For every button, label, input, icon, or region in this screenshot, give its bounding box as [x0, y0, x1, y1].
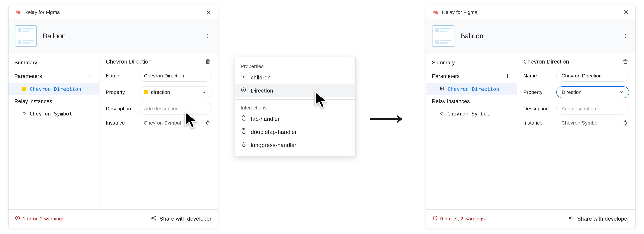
svg-point-16 — [625, 36, 626, 36]
property-select[interactable]: ! direction — [139, 86, 212, 98]
popup-item-label: doubletap-handler — [251, 129, 297, 135]
component-header: Balloon — [8, 19, 218, 53]
sidebar-relay-instances-header: Relay instances — [426, 95, 517, 108]
detail-title: Chevron Direction — [106, 58, 152, 65]
chevron-down-icon — [619, 90, 624, 94]
sidebar-summary[interactable]: Summary — [8, 56, 99, 69]
component-header: Balloon — [426, 19, 636, 53]
name-input[interactable]: Chevron Direction — [556, 70, 629, 82]
description-placeholder: Add description — [144, 106, 178, 112]
status-text: 0 errors, 2 warnings — [440, 216, 485, 222]
description-input[interactable]: Add description — [556, 103, 629, 114]
window-header: Relay for Figma — [8, 5, 218, 19]
svg-point-6 — [206, 122, 209, 124]
window-header: Relay for Figma — [426, 5, 636, 19]
svg-point-2 — [208, 34, 208, 35]
sidebar-parameter-name: Chevron Direction — [448, 86, 499, 92]
svg-rect-19 — [440, 112, 443, 114]
sidebar-parameters-header: Parameters — [8, 69, 99, 83]
window-title: Relay for Figma — [24, 10, 60, 15]
locate-instance-button[interactable] — [622, 119, 629, 126]
warning-badge-icon: ! — [144, 90, 148, 94]
diamond-icon — [440, 111, 444, 117]
chevron-down-icon — [202, 90, 206, 94]
svg-point-12 — [243, 142, 244, 143]
error-icon — [432, 216, 438, 222]
panel-footer: 0 errors, 2 warnings Share with develope… — [426, 209, 636, 228]
tap-icon — [241, 115, 246, 122]
description-label: Description — [106, 106, 135, 112]
panel-footer: 1 error, 2 warnings Share with developer — [8, 209, 218, 228]
property-label: Property — [524, 89, 553, 95]
sidebar-relay-instances-header: Relay instances — [8, 95, 99, 108]
sidebar-instance-item[interactable]: Chevron Symbol — [426, 108, 517, 120]
relay-logo-icon — [432, 8, 439, 16]
popup-item-direction[interactable]: Direction — [235, 84, 355, 97]
sidebar-parameter-item[interactable]: Chevron Direction — [426, 83, 517, 95]
delete-button[interactable] — [204, 58, 212, 65]
property-select[interactable]: Direction — [556, 86, 629, 98]
component-name: Balloon — [460, 32, 483, 40]
svg-rect-5 — [23, 112, 25, 114]
status-indicator[interactable]: 1 error, 2 warnings — [15, 216, 64, 222]
popup-interactions-label: Interactions — [235, 102, 355, 112]
sidebar: Summary Parameters Chevron Direction Rel… — [426, 53, 517, 209]
share-icon — [568, 215, 574, 222]
add-parameter-button[interactable] — [504, 72, 511, 80]
description-placeholder: Add description — [562, 106, 596, 112]
sidebar-instance-name: Chevron Symbol — [30, 111, 72, 117]
popup-item-tap[interactable]: tap-handler — [235, 112, 355, 126]
sidebar-relay-instances-label: Relay instances — [432, 98, 470, 104]
instance-value: Chevron Symbol — [556, 120, 618, 126]
popup-item-doubletap[interactable]: doubletap-handler — [235, 126, 355, 138]
diamond-icon — [22, 111, 26, 117]
status-text: 1 error, 2 warnings — [23, 216, 64, 222]
locate-instance-button[interactable] — [204, 119, 212, 126]
more-options-button[interactable] — [622, 32, 629, 40]
instance-label: Instance — [524, 120, 553, 126]
popup-item-longpress[interactable]: longpress-handler — [235, 138, 355, 152]
name-input-value: Chevron Direction — [562, 73, 602, 78]
cursor-icon — [314, 90, 332, 112]
close-button[interactable] — [205, 8, 212, 16]
property-label: Property — [106, 89, 135, 95]
sidebar-instance-item[interactable]: Chevron Symbol — [8, 108, 99, 120]
warning-badge-icon: ! — [22, 87, 26, 91]
relay-logo-icon — [14, 8, 22, 16]
svg-point-17 — [625, 37, 626, 38]
popup-item-children[interactable]: children — [235, 71, 355, 84]
property-popup: Properties children Direction Interactio… — [235, 57, 356, 156]
svg-point-1 — [18, 11, 20, 14]
cursor-icon — [184, 111, 202, 132]
sidebar-parameters-header: Parameters — [426, 69, 517, 83]
more-options-button[interactable] — [204, 32, 212, 40]
name-input[interactable]: Chevron Direction — [139, 70, 212, 82]
name-input-value: Chevron Direction — [144, 73, 184, 78]
description-label: Description — [524, 106, 553, 112]
svg-point-4 — [208, 37, 208, 38]
window-title: Relay for Figma — [442, 10, 478, 15]
delete-button[interactable] — [622, 58, 629, 65]
close-button[interactable] — [622, 8, 630, 16]
instance-label: Instance — [106, 120, 135, 126]
direction-icon — [241, 87, 246, 94]
popup-item-label: children — [251, 74, 271, 81]
add-parameter-button[interactable] — [86, 72, 94, 80]
status-indicator[interactable]: 0 errors, 2 warnings — [432, 216, 485, 222]
share-with-developer-button[interactable]: Share with developer — [568, 215, 629, 222]
transition-arrow-icon — [369, 114, 404, 124]
popup-item-label: tap-handler — [251, 116, 280, 122]
panel-after: Relay for Figma Balloon Summary — [426, 5, 636, 228]
name-label: Name — [106, 73, 135, 78]
share-with-developer-button[interactable]: Share with developer — [151, 215, 212, 222]
component-thumbnail — [15, 25, 37, 47]
share-label: Share with developer — [160, 216, 212, 222]
popup-item-label: longpress-handler — [251, 142, 296, 148]
sidebar-summary[interactable]: Summary — [426, 56, 517, 69]
sidebar-parameter-item[interactable]: ! Chevron Direction — [8, 83, 99, 95]
detail-title: Chevron Direction — [524, 58, 569, 65]
sidebar-parameters-label: Parameters — [14, 73, 42, 79]
sidebar-parameter-name: Chevron Direction — [30, 86, 81, 92]
doubletap-icon — [241, 128, 246, 136]
popup-item-label: Direction — [251, 87, 273, 94]
